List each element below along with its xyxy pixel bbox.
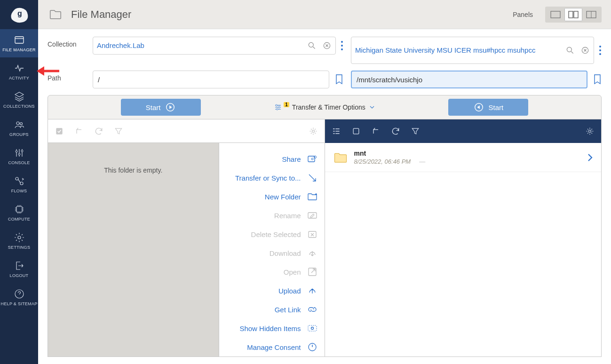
start-right-button[interactable]: Start — [448, 99, 528, 116]
nav-label: FILE MANAGER — [2, 47, 36, 52]
rename-icon — [307, 210, 318, 221]
gear-icon — [14, 232, 25, 243]
svg-point-35 — [314, 156, 316, 158]
panes: This folder is empty. Share Transfer or … — [48, 119, 602, 357]
nav-label: LOGOUT — [10, 273, 29, 278]
action-manage-consent[interactable]: Manage Consent — [223, 338, 318, 356]
up-folder-icon[interactable] — [371, 127, 381, 136]
logout-icon — [14, 260, 25, 271]
action-new-folder[interactable]: New Folder — [223, 187, 318, 206]
nav-activity[interactable]: ACTIVITY — [0, 57, 38, 86]
svg-rect-43 — [353, 128, 359, 134]
empty-folder-message: This folder is empty. — [104, 166, 162, 174]
svg-point-41 — [311, 327, 313, 330]
action-rename: Rename — [223, 206, 318, 225]
action-get-link[interactable]: Get Link — [223, 300, 318, 319]
left-path-input[interactable] — [93, 71, 329, 88]
nav-flows[interactable]: FLOWS — [0, 170, 38, 198]
svg-text:g: g — [17, 9, 22, 17]
new-folder-icon — [307, 191, 318, 202]
panel-split[interactable] — [564, 8, 582, 21]
nav-groups[interactable]: GROUPS — [0, 114, 38, 142]
right-path-input[interactable] — [351, 71, 587, 88]
file-date: 8/25/2022, 06:46 PM— — [354, 158, 581, 165]
gear-icon[interactable] — [309, 127, 318, 136]
start-left-button[interactable]: Start — [121, 99, 201, 116]
svg-point-25 — [599, 49, 601, 51]
transfer-icon — [307, 172, 318, 183]
left-collection-menu-icon[interactable] — [341, 40, 343, 51]
layers-icon — [14, 91, 25, 102]
nav-settings[interactable]: SETTINGS — [0, 227, 38, 255]
clear-icon[interactable] — [580, 46, 590, 55]
search-icon[interactable] — [307, 41, 317, 50]
svg-point-24 — [599, 46, 601, 47]
main-area: File Manager Panels Collection Andrechek… — [38, 0, 611, 364]
svg-point-3 — [20, 123, 22, 125]
svg-point-5 — [18, 153, 20, 155]
svg-point-30 — [277, 109, 278, 110]
clear-icon[interactable] — [322, 41, 332, 50]
svg-point-36 — [311, 158, 313, 160]
compute-icon — [14, 204, 25, 215]
nav-label: COMPUTE — [8, 217, 30, 222]
right-collection-menu-icon[interactable] — [599, 45, 602, 55]
nav-logout[interactable]: LOGOUT — [0, 255, 38, 283]
svg-rect-1 — [15, 37, 24, 43]
up-folder-icon[interactable] — [74, 127, 84, 136]
nav-label: GROUPS — [9, 132, 29, 137]
file-name: mnt — [354, 150, 581, 157]
left-collection-input[interactable]: Andrechek.Lab — [93, 37, 336, 55]
activity-icon — [14, 63, 25, 74]
nav-compute[interactable]: COMPUTE — [0, 198, 38, 227]
select-all-icon[interactable] — [55, 127, 64, 136]
nav-label: COLLECTIONS — [3, 104, 35, 109]
file-meta: mnt 8/25/2022, 06:46 PM— — [354, 150, 581, 165]
nav-label: FLOWS — [11, 189, 27, 193]
search-icon[interactable] — [565, 46, 575, 55]
upload-icon — [307, 285, 318, 296]
right-collection-input[interactable]: Michigan State University MSU ICER msu#h… — [351, 37, 594, 64]
left-pane: This folder is empty. Share Transfer or … — [48, 119, 325, 356]
transfer-options[interactable]: 1 Transfer & Timer Options — [273, 103, 375, 112]
refresh-icon[interactable] — [94, 127, 103, 136]
eye-icon — [307, 323, 318, 334]
action-share[interactable]: Share — [223, 150, 318, 168]
refresh-icon[interactable] — [391, 127, 400, 136]
app-header: File Manager Panels — [38, 0, 611, 29]
panel-layout-toggle — [545, 7, 602, 23]
panel-single[interactable] — [547, 8, 564, 21]
nav-file-manager[interactable]: FILE MANAGER — [0, 29, 38, 57]
svg-point-2 — [16, 122, 19, 125]
svg-point-20 — [341, 45, 343, 47]
action-show-hidden[interactable]: Show Hidden Items — [223, 319, 318, 338]
nav-help[interactable]: HELP & SITEMAP — [0, 283, 38, 311]
nav-console[interactable]: CONSOLE — [0, 142, 38, 170]
filter-icon[interactable] — [411, 127, 420, 136]
svg-point-28 — [276, 104, 277, 106]
play-left-icon — [474, 102, 484, 112]
panels-label: Panels — [513, 11, 533, 18]
panel-wide[interactable] — [582, 8, 600, 21]
chevron-right-icon[interactable] — [587, 153, 593, 162]
columns-icon[interactable] — [332, 127, 341, 136]
action-upload[interactable]: Upload — [223, 281, 318, 300]
right-file-list: mnt 8/25/2022, 06:46 PM— — [325, 143, 602, 356]
left-collection-value: Andrechek.Lab — [97, 41, 307, 50]
help-icon — [14, 288, 25, 300]
bookmark-icon[interactable] — [335, 74, 343, 85]
options-icon — [273, 103, 283, 112]
svg-point-29 — [278, 106, 280, 108]
select-all-icon[interactable] — [351, 127, 361, 136]
bookmark-icon[interactable] — [593, 74, 602, 85]
options-badge: 1 — [284, 102, 289, 107]
svg-point-21 — [341, 48, 343, 50]
list-item[interactable]: mnt 8/25/2022, 06:46 PM— — [325, 143, 602, 172]
action-transfer[interactable]: Transfer or Sync to... — [223, 168, 318, 187]
gear-icon[interactable] — [585, 127, 595, 136]
svg-rect-32 — [56, 128, 62, 134]
power-icon — [307, 341, 318, 353]
filter-icon[interactable] — [114, 127, 123, 136]
chevron-down-icon — [368, 103, 376, 111]
nav-collections[interactable]: COLLECTIONS — [0, 86, 38, 114]
